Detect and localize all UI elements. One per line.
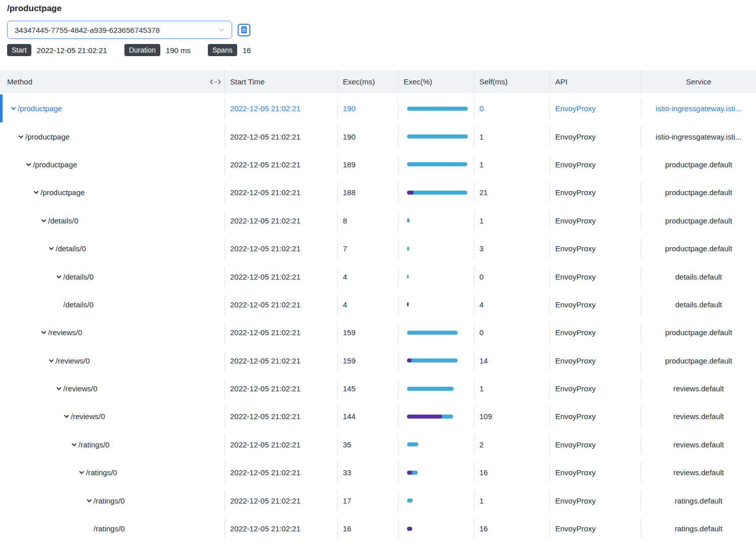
api-value: EnvoyProxy <box>550 262 641 290</box>
table-row[interactable]: /ratings/02022-12-05 21:02:21171EnvoyPro… <box>0 486 756 514</box>
table-row[interactable]: /productpage2022-12-05 21:02:211901Envoy… <box>0 122 756 150</box>
exec-ms-value: 189 <box>338 151 398 178</box>
exec-percent-cell <box>398 178 474 206</box>
chevron-down-icon[interactable] <box>63 413 70 420</box>
self-ms-value: 21 <box>474 178 550 206</box>
api-value: EnvoyProxy <box>550 431 641 459</box>
table-row[interactable]: /details/02022-12-05 21:02:2181EnvoyProx… <box>0 207 756 235</box>
self-ms-value: 4 <box>474 291 550 318</box>
chevron-down-icon[interactable] <box>86 497 93 504</box>
exec-percent-bar <box>407 527 412 531</box>
clipboard-icon[interactable] <box>238 24 250 36</box>
service-value: productpage.default <box>641 151 756 178</box>
chevron-down-icon[interactable] <box>48 245 55 252</box>
start-time-value: 2022-12-05 21:02:21 <box>225 431 338 459</box>
chevron-down-icon[interactable] <box>25 161 32 168</box>
span-table-body: /productpage2022-12-05 21:02:211900Envoy… <box>0 95 756 542</box>
exec-ms-value: 188 <box>338 178 398 206</box>
table-row[interactable]: /ratings/02022-12-05 21:02:213316EnvoyPr… <box>0 459 756 486</box>
exec-ms-value: 159 <box>338 347 398 375</box>
api-value: EnvoyProxy <box>550 122 641 150</box>
exec-percent-cell <box>398 318 474 346</box>
self-time-bar <box>407 191 414 195</box>
exec-percent-bar <box>407 358 458 362</box>
table-row[interactable]: /ratings/02022-12-05 21:02:21352EnvoyPro… <box>0 431 756 459</box>
self-ms-value: 1 <box>474 375 550 402</box>
exec-ms-value: 35 <box>338 431 398 459</box>
service-value: istio-ingressgateway.isti... <box>641 95 756 122</box>
method-label: /details/0 <box>63 300 94 309</box>
start-time-value: 2022-12-05 21:02:21 <box>225 95 338 122</box>
service-value: reviews.default <box>641 459 756 486</box>
self-time-bar <box>407 415 442 419</box>
exec-percent-cell <box>398 151 474 178</box>
exec-ms-value: 7 <box>338 235 398 262</box>
start-badge: Start <box>7 44 31 56</box>
chevron-down-icon[interactable] <box>10 105 17 112</box>
self-time-bar <box>407 358 412 362</box>
self-ms-value: 1 <box>474 207 550 235</box>
start-time-value: 2022-12-05 21:02:21 <box>225 459 338 486</box>
chevron-down-icon[interactable] <box>56 274 62 280</box>
exec-ms-value: 33 <box>338 459 398 486</box>
exec-percent-cell <box>398 291 474 318</box>
method-label: /productpage <box>33 160 77 169</box>
start-time-value: 2022-12-05 21:02:21 <box>225 486 338 514</box>
column-resize-icon[interactable] <box>210 79 221 85</box>
start-time-value: 2022-12-05 21:02:21 <box>225 291 338 318</box>
table-row[interactable]: /productpage2022-12-05 21:02:211900Envoy… <box>0 95 756 122</box>
table-row[interactable]: /reviews/02022-12-05 21:02:2115914EnvoyP… <box>0 347 756 375</box>
table-row[interactable]: /ratings/02022-12-05 21:02:211616EnvoyPr… <box>0 515 756 542</box>
table-row[interactable]: /reviews/02022-12-05 21:02:21144109Envoy… <box>0 402 756 430</box>
page-title: /productpage <box>7 3 749 14</box>
exec-ms-value: 4 <box>338 262 398 290</box>
exec-percent-cell <box>398 459 474 486</box>
table-row[interactable]: /reviews/02022-12-05 21:02:211451EnvoyPr… <box>0 375 756 402</box>
service-value: productpage.default <box>641 347 756 375</box>
table-row[interactable]: /details/02022-12-05 21:02:2144EnvoyProx… <box>0 291 756 318</box>
column-header-service: Service <box>641 70 756 93</box>
api-value: EnvoyProxy <box>550 95 641 122</box>
exec-percent-cell <box>398 486 474 514</box>
method-label: /productpage <box>25 132 70 141</box>
span-table: Method Start Time Exec(ms) Exec(%) Self(… <box>0 70 756 542</box>
chevron-down-icon[interactable] <box>48 357 55 364</box>
start-time-value: 2022-12-05 21:02:21 <box>225 515 338 542</box>
span-table-header: Method Start Time Exec(ms) Exec(%) Self(… <box>0 70 756 93</box>
self-ms-value: 2 <box>474 431 550 459</box>
chevron-down-icon[interactable] <box>18 133 24 140</box>
chevron-down-icon[interactable] <box>78 469 85 476</box>
chevron-down-icon[interactable] <box>40 217 47 224</box>
exec-ms-value: 4 <box>338 291 398 318</box>
chevron-down-icon[interactable] <box>40 329 47 336</box>
self-ms-value: 14 <box>474 347 550 375</box>
method-label: /ratings/0 <box>94 524 125 533</box>
exec-percent-bar <box>407 442 418 446</box>
self-ms-value: 16 <box>474 515 550 542</box>
api-value: EnvoyProxy <box>550 151 641 178</box>
chevron-down-icon[interactable] <box>33 189 39 196</box>
chevron-down-icon[interactable] <box>71 441 77 448</box>
column-header-exec-ms: Exec(ms) <box>338 70 398 93</box>
exec-percent-bar <box>407 302 409 306</box>
start-time-value: 2022-12-05 21:02:21 <box>225 402 338 430</box>
trace-id-select[interactable]: 34347445-7755-4842-a939-623656745378 <box>7 21 232 39</box>
table-row[interactable]: /reviews/02022-12-05 21:02:211590EnvoyPr… <box>0 318 756 346</box>
chevron-down-icon[interactable] <box>56 385 62 392</box>
method-label: /productpage <box>18 104 62 113</box>
table-row[interactable]: /productpage2022-12-05 21:02:211891Envoy… <box>0 151 756 178</box>
exec-percent-bar <box>407 107 468 111</box>
api-value: EnvoyProxy <box>550 178 641 206</box>
service-value: reviews.default <box>641 431 756 459</box>
exec-ms-value: 190 <box>338 122 398 150</box>
exec-percent-cell <box>398 207 474 235</box>
start-time-value: 2022-12-05 21:02:21 <box>225 207 338 235</box>
table-row[interactable]: /productpage2022-12-05 21:02:2118821Envo… <box>0 178 756 206</box>
exec-percent-cell <box>398 235 474 262</box>
table-row[interactable]: /details/02022-12-05 21:02:2140EnvoyProx… <box>0 262 756 290</box>
self-time-bar <box>407 302 409 306</box>
exec-ms-value: 145 <box>338 375 398 402</box>
service-value: ratings.default <box>641 515 756 542</box>
table-row[interactable]: /details/02022-12-05 21:02:2173EnvoyProx… <box>0 235 756 262</box>
self-time-bar <box>407 471 412 475</box>
